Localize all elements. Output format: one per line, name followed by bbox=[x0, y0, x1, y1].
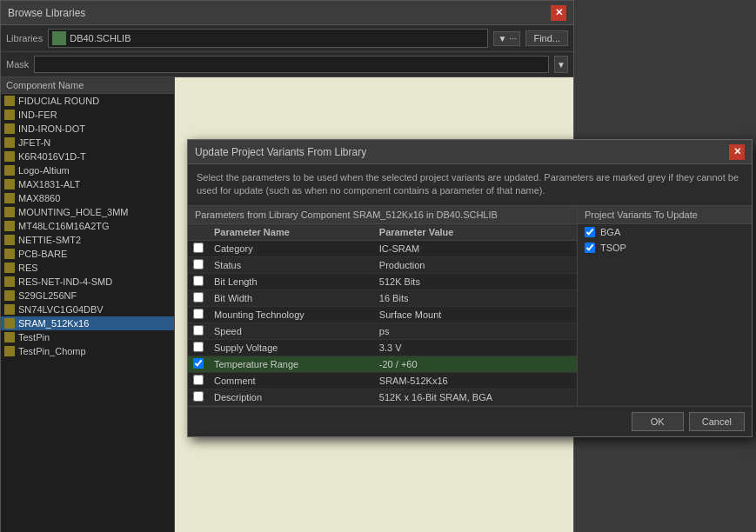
param-checkbox[interactable] bbox=[193, 325, 204, 336]
table-row: Speedps bbox=[188, 323, 577, 339]
component-list-item[interactable]: K6R4016V1D-T bbox=[1, 150, 174, 163]
component-icon bbox=[4, 207, 15, 217]
update-close-button[interactable]: ✕ bbox=[729, 144, 745, 160]
table-row: CommentSRAM-512Kx16 bbox=[188, 372, 577, 389]
param-name-col-header: Parameter Name bbox=[209, 224, 374, 241]
component-icon bbox=[4, 221, 15, 231]
component-icon bbox=[4, 137, 15, 148]
mask-label: Mask bbox=[6, 59, 29, 70]
param-name-cell: Supply Voltage bbox=[209, 339, 374, 356]
param-value-cell: Surface Mount bbox=[374, 306, 577, 323]
table-row: Temperature Range-20 / +60 bbox=[188, 356, 577, 372]
update-cancel-button[interactable]: Cancel bbox=[689, 412, 745, 431]
browse-close-button[interactable]: ✕ bbox=[551, 5, 566, 21]
param-value-cell: 16 Bits bbox=[374, 289, 577, 306]
param-checkbox[interactable] bbox=[193, 259, 204, 269]
param-row-checkbox-cell bbox=[188, 372, 209, 389]
param-name-cell: Speed bbox=[209, 323, 374, 339]
param-row-checkbox-cell bbox=[188, 273, 209, 289]
mask-input[interactable] bbox=[34, 56, 549, 73]
variant-item: TSOP bbox=[578, 240, 752, 256]
component-item-name: Logo-Altium bbox=[18, 165, 70, 176]
component-list-item[interactable]: MAX8860 bbox=[1, 191, 174, 205]
library-selector[interactable]: DB40.SCHLIB bbox=[48, 29, 488, 48]
update-ok-button[interactable]: OK bbox=[632, 412, 684, 431]
param-value-cell: IC-SRAM bbox=[374, 240, 577, 256]
component-icon bbox=[4, 96, 15, 106]
component-list-item[interactable]: NETTIE-SMT2 bbox=[1, 233, 174, 247]
component-item-name: FIDUCIAL ROUND bbox=[18, 96, 99, 106]
params-section: Parameters from Library Component SRAM_5… bbox=[188, 206, 578, 406]
table-row: CategoryIC-SRAM bbox=[188, 240, 577, 256]
param-checkbox[interactable] bbox=[193, 243, 204, 253]
params-table: Parameter Name Parameter Value CategoryI… bbox=[188, 224, 577, 406]
variants-header: Project Variants To Update bbox=[578, 206, 752, 224]
component-item-name: MOUNTING_HOLE_3MM bbox=[18, 207, 129, 217]
param-checkbox[interactable] bbox=[193, 358, 204, 369]
component-list-item[interactable]: TestPin bbox=[1, 330, 174, 344]
variants-list: BGATSOP bbox=[578, 224, 752, 256]
component-list-item[interactable]: PCB-BARE bbox=[1, 247, 174, 261]
table-row: StatusProduction bbox=[188, 256, 577, 273]
component-item-name: RES bbox=[18, 263, 38, 273]
component-item-name: SRAM_512Kx16 bbox=[18, 318, 89, 329]
component-list-item[interactable]: IND-IRON-DOT bbox=[1, 122, 174, 136]
component-name-header: Component Name bbox=[1, 77, 174, 94]
browse-titlebar: Browse Libraries ✕ bbox=[1, 1, 573, 25]
param-checkbox[interactable] bbox=[193, 342, 204, 352]
mask-row: Mask ▼ bbox=[1, 52, 573, 77]
variant-checkbox[interactable] bbox=[585, 243, 595, 253]
find-button[interactable]: Find... bbox=[525, 30, 568, 46]
component-list-item[interactable]: MOUNTING_HOLE_3MM bbox=[1, 205, 174, 219]
component-list-item[interactable]: IND-FER bbox=[1, 108, 174, 122]
component-icon bbox=[4, 346, 15, 356]
table-row: Description512K x 16-Bit SRAM, BGA bbox=[188, 389, 577, 405]
variant-name: TSOP bbox=[600, 243, 626, 253]
component-list-item[interactable]: MT48LC16M16A2TG bbox=[1, 219, 174, 233]
param-checkbox[interactable] bbox=[193, 391, 204, 402]
param-value-cell: ps bbox=[374, 323, 577, 339]
param-name-cell: Mounting Technology bbox=[209, 306, 374, 323]
component-icon bbox=[4, 235, 15, 245]
variant-checkbox[interactable] bbox=[585, 227, 595, 237]
component-list-item[interactable]: MAX1831-ALT bbox=[1, 177, 174, 191]
component-item-name: MAX1831-ALT bbox=[18, 179, 80, 190]
param-checkbox[interactable] bbox=[193, 292, 204, 303]
component-list-item[interactable]: FIDUCIAL ROUND bbox=[1, 94, 174, 108]
param-checkbox[interactable] bbox=[193, 375, 204, 385]
param-name-cell: Category bbox=[209, 240, 374, 256]
component-item-name: IND-IRON-DOT bbox=[18, 123, 85, 134]
table-row: Bit Width16 Bits bbox=[188, 289, 577, 306]
component-list-item[interactable]: RES-NET-IND-4-SMD bbox=[1, 275, 174, 289]
param-value-cell: 512K Bits bbox=[374, 273, 577, 289]
param-value-cell: -20 / +60 bbox=[374, 356, 577, 372]
component-item-name: SN74LVC1G04DBV bbox=[18, 304, 104, 315]
checkbox-col-header bbox=[188, 224, 209, 241]
update-content: Parameters from Library Component SRAM_5… bbox=[188, 206, 752, 406]
component-list-item[interactable]: TestPin_Chomp bbox=[1, 344, 174, 358]
param-row-checkbox-cell bbox=[188, 323, 209, 339]
component-list-item[interactable]: Logo-Altium bbox=[1, 163, 174, 177]
param-name-cell: Bit Length bbox=[209, 273, 374, 289]
component-item-name: MAX8860 bbox=[18, 193, 60, 203]
param-checkbox[interactable] bbox=[193, 276, 204, 286]
library-dropdown-button[interactable]: ▼ ··· bbox=[493, 31, 520, 46]
param-name-cell: Status bbox=[209, 256, 374, 273]
component-item-name: TestPin_Chomp bbox=[18, 346, 86, 356]
component-icon bbox=[4, 151, 15, 162]
component-list-item[interactable]: SN74LVC1G04DBV bbox=[1, 303, 174, 316]
param-checkbox[interactable] bbox=[193, 309, 204, 319]
component-icon bbox=[4, 290, 15, 301]
component-list-item[interactable]: SRAM_512Kx16 bbox=[1, 316, 174, 330]
mask-dropdown-button[interactable]: ▼ bbox=[554, 56, 568, 73]
param-name-cell: Comment bbox=[209, 372, 374, 389]
component-item-name: PCB-BARE bbox=[18, 249, 67, 259]
library-name: DB40.SCHLIB bbox=[70, 33, 130, 43]
variant-item: BGA bbox=[578, 224, 752, 240]
param-value-cell: 512K x 16-Bit SRAM, BGA bbox=[374, 389, 577, 405]
component-list-item[interactable]: RES bbox=[1, 261, 174, 275]
component-list[interactable]: FIDUCIAL ROUNDIND-FERIND-IRON-DOTJFET-NK… bbox=[1, 94, 174, 532]
param-name-cell: Description bbox=[209, 389, 374, 405]
component-list-item[interactable]: JFET-N bbox=[1, 136, 174, 150]
component-list-item[interactable]: S29GL256NF bbox=[1, 289, 174, 303]
